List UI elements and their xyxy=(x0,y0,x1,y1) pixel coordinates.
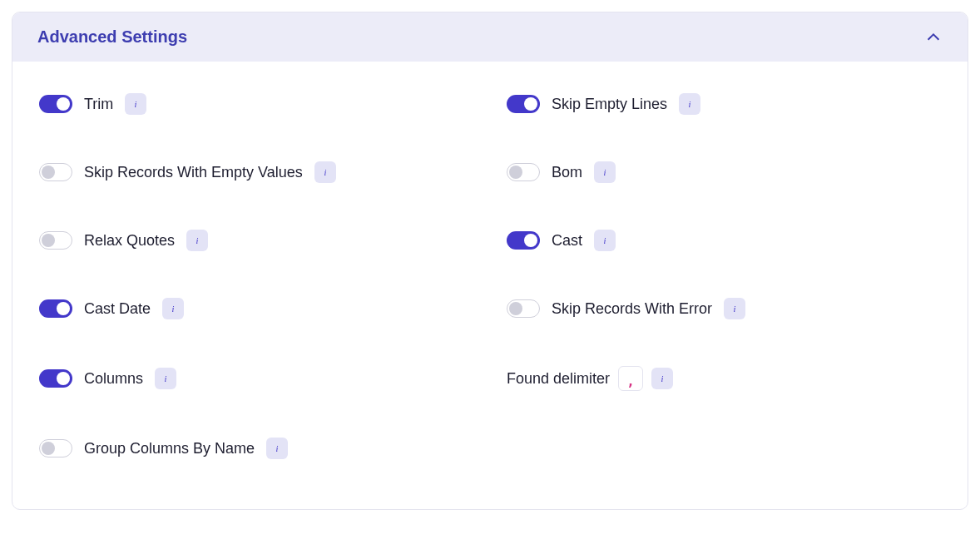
info-icon[interactable]: i xyxy=(314,161,336,183)
advanced-settings-header[interactable]: Advanced Settings xyxy=(12,12,968,62)
info-icon[interactable]: i xyxy=(594,230,616,251)
svg-text:i: i xyxy=(135,100,137,109)
svg-text:i: i xyxy=(196,236,199,245)
label-bom: Bom xyxy=(552,164,582,181)
toggle-skip-records-error[interactable] xyxy=(507,299,540,318)
setting-bom: Bom i xyxy=(507,161,941,183)
setting-relax-quotes: Relax Quotes i xyxy=(39,230,473,251)
label-relax-quotes: Relax Quotes xyxy=(84,232,175,250)
label-group-columns-by-name: Group Columns By Name xyxy=(84,440,255,457)
toggle-relax-quotes[interactable] xyxy=(39,231,72,250)
delimiter-value: , xyxy=(626,375,635,388)
panel-body: Trim i Skip Empty Lines i Skip Records W… xyxy=(12,62,968,509)
svg-text:i: i xyxy=(324,168,326,177)
svg-text:i: i xyxy=(165,374,167,383)
svg-text:i: i xyxy=(172,304,175,314)
panel-title: Advanced Settings xyxy=(37,27,187,47)
info-icon[interactable]: i xyxy=(266,438,288,459)
setting-group-columns-by-name: Group Columns By Name i xyxy=(39,438,473,459)
advanced-settings-panel: Advanced Settings Trim i Skip Empty Line… xyxy=(12,12,968,510)
toggle-group-columns-by-name[interactable] xyxy=(39,439,72,457)
info-icon[interactable]: i xyxy=(155,368,176,389)
found-delimiter: Found delimiter , i xyxy=(507,366,941,391)
toggle-skip-empty-lines[interactable] xyxy=(507,95,540,113)
toggle-trim[interactable] xyxy=(39,95,72,113)
label-columns: Columns xyxy=(84,370,143,388)
setting-cast: Cast i xyxy=(507,230,941,251)
setting-skip-empty-lines: Skip Empty Lines i xyxy=(507,93,941,115)
delimiter-value-box: , xyxy=(618,366,643,391)
empty-cell xyxy=(507,438,941,459)
toggle-columns[interactable] xyxy=(39,369,72,388)
svg-text:i: i xyxy=(689,100,691,109)
setting-skip-records-empty: Skip Records With Empty Values i xyxy=(39,161,473,183)
label-cast: Cast xyxy=(552,232,582,250)
toggle-skip-records-empty[interactable] xyxy=(39,163,72,181)
svg-text:i: i xyxy=(276,444,279,453)
svg-text:i: i xyxy=(604,168,606,177)
label-found-delimiter: Found delimiter xyxy=(507,370,610,388)
info-icon[interactable]: i xyxy=(724,298,745,319)
svg-text:i: i xyxy=(604,236,606,245)
label-skip-empty-lines: Skip Empty Lines xyxy=(552,96,667,113)
info-icon[interactable]: i xyxy=(186,230,208,251)
info-icon[interactable]: i xyxy=(651,368,673,389)
label-skip-records-error: Skip Records With Error xyxy=(552,300,712,318)
info-icon[interactable]: i xyxy=(594,161,616,183)
setting-trim: Trim i xyxy=(39,93,473,115)
info-icon[interactable]: i xyxy=(125,93,146,115)
toggle-cast-date[interactable] xyxy=(39,299,72,318)
label-cast-date: Cast Date xyxy=(84,300,151,318)
svg-text:i: i xyxy=(734,304,736,314)
info-icon[interactable]: i xyxy=(162,298,184,319)
setting-columns: Columns i xyxy=(39,366,473,391)
svg-text:i: i xyxy=(661,374,664,383)
toggle-cast[interactable] xyxy=(507,231,540,250)
label-trim: Trim xyxy=(84,96,113,113)
setting-skip-records-error: Skip Records With Error i xyxy=(507,298,941,319)
setting-cast-date: Cast Date i xyxy=(39,298,473,319)
label-skip-records-empty: Skip Records With Empty Values xyxy=(84,164,303,181)
chevron-up-icon xyxy=(924,28,943,47)
toggle-bom[interactable] xyxy=(507,163,540,181)
info-icon[interactable]: i xyxy=(679,93,700,115)
